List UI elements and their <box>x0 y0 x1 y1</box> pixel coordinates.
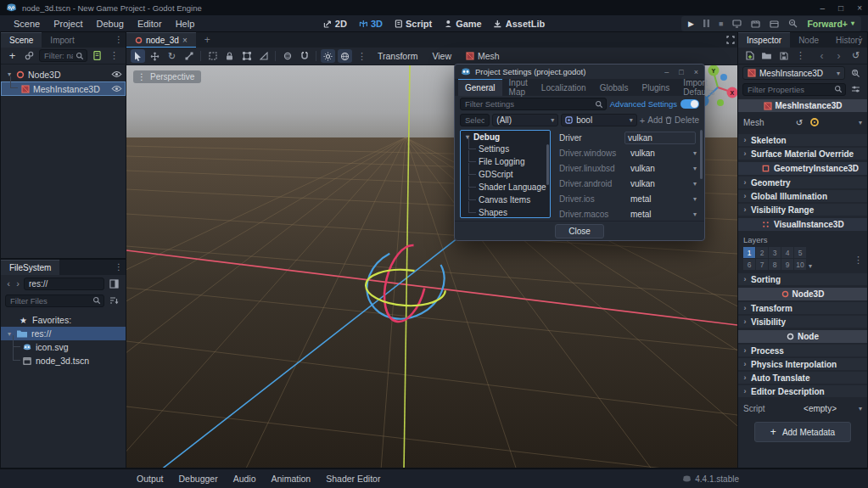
pause-button[interactable] <box>703 20 709 27</box>
layer-cell-10[interactable]: 10 <box>794 259 806 270</box>
snap-toggle-button[interactable] <box>297 49 311 63</box>
section-surface-material-override[interactable]: ›Surface Material Override <box>738 148 867 160</box>
environment-options-icon[interactable]: ⋮ <box>355 49 369 63</box>
tab-localization[interactable]: Localization <box>535 79 593 96</box>
section-transform[interactable]: ›Transform <box>738 302 867 314</box>
instance-scene-button[interactable] <box>22 49 36 63</box>
scene-tab-node3d[interactable]: node_3d × <box>126 32 196 48</box>
layer-cell-2[interactable]: 2 <box>756 247 768 258</box>
property-row-driver-macos[interactable]: Driver.macos metal▾ <box>556 206 699 222</box>
add-node-button[interactable]: + <box>5 49 20 63</box>
file-node3d-tscn-row[interactable]: node_3d.tscn <box>1 354 126 367</box>
group-selected-button[interactable] <box>239 49 254 63</box>
delete-setting-button[interactable]: Delete <box>665 115 699 125</box>
scene-node-root[interactable]: ▾ Node3D <box>1 67 126 81</box>
mesh-dropdown-icon[interactable]: ▾ <box>859 119 862 126</box>
driver-linuxbsd-dropdown[interactable]: vulkan▾ <box>628 164 699 173</box>
section-physics-interpolation[interactable]: ›Physics Interpolation <box>738 358 867 370</box>
menu-debug[interactable]: Debug <box>89 19 130 29</box>
open-assetlib-button[interactable]: AssetLib <box>494 19 545 29</box>
scale-tool-button[interactable] <box>182 49 196 63</box>
inspector-back-button[interactable]: ‹ <box>815 49 829 63</box>
remote-debug-button[interactable] <box>732 20 742 28</box>
resource-options-icon[interactable]: ⋮ <box>793 49 808 63</box>
driver-macos-dropdown[interactable]: metal▾ <box>628 210 699 219</box>
section-visibility-range[interactable]: ›Visibility Range <box>738 204 867 216</box>
settings-category-tree[interactable]: ▾Debug Settings File Logging GDScript Sh… <box>460 130 551 218</box>
driver-android-dropdown[interactable]: vulkan▾ <box>628 179 699 188</box>
properties-scrollbar[interactable] <box>700 130 703 179</box>
layer-cell-7[interactable]: 7 <box>756 259 768 270</box>
switch-2d-button[interactable]: 2D <box>323 19 347 29</box>
section-sorting[interactable]: ›Sorting <box>738 273 867 285</box>
dialog-minimize-button[interactable]: – <box>664 68 669 76</box>
renderer-selector[interactable]: Forward+▾ <box>807 19 854 29</box>
load-resource-button[interactable] <box>759 49 774 63</box>
scene-tree-menu-icon[interactable]: ⋮ <box>107 49 121 63</box>
filter-properties-input[interactable] <box>742 83 846 96</box>
movie-maker-button[interactable] <box>751 20 760 28</box>
driver-value-field[interactable]: vulkan <box>624 132 696 144</box>
bottom-panel-output[interactable]: Output <box>129 474 171 484</box>
sort-files-button[interactable] <box>107 294 121 307</box>
rotate-tool-button[interactable]: ↻ <box>165 49 179 63</box>
new-resource-button[interactable] <box>742 49 757 63</box>
perspective-menu[interactable]: ⋮ Perspective <box>133 70 201 83</box>
view-menu[interactable]: View <box>426 51 457 61</box>
section-editor-description[interactable]: ›Editor Description <box>738 385 867 397</box>
script-dropdown-icon[interactable]: ▾ <box>859 405 862 412</box>
property-row-driver-windows[interactable]: Driver.windows vulkan▾ <box>556 145 699 160</box>
inspector-history-button[interactable]: ↺ <box>848 49 863 63</box>
add-metadata-button[interactable]: + Add Metadata <box>754 422 851 442</box>
property-filter-options-button[interactable] <box>848 82 863 96</box>
advanced-settings-toggle[interactable] <box>680 99 699 109</box>
filter-settings-input[interactable] <box>460 98 607 110</box>
mesh-resource-icon[interactable] <box>809 117 820 127</box>
scene-dock-menu-icon[interactable]: ⋮ <box>115 35 123 44</box>
scene-node-meshinstance[interactable]: MeshInstance3D <box>1 81 126 96</box>
window-maximize-button[interactable]: □ <box>838 3 843 13</box>
driver-ios-dropdown[interactable]: metal▾ <box>628 194 699 204</box>
customize-run-button[interactable] <box>788 19 798 28</box>
filter-files-input[interactable] <box>5 294 104 307</box>
bottom-panel-debugger[interactable]: Debugger <box>171 474 226 484</box>
play-button[interactable]: ▶ <box>688 20 694 28</box>
property-row-driver-android[interactable]: Driver.android vulkan▾ <box>556 176 699 191</box>
setting-name-input[interactable] <box>460 114 490 126</box>
tab-plugins[interactable]: Plugins <box>636 79 677 96</box>
ruler-mode-button[interactable] <box>256 49 271 63</box>
dialog-maximize-button[interactable]: □ <box>679 68 683 76</box>
inspected-object-selector[interactable]: MeshInstance3D ▾ <box>742 66 845 80</box>
layer-cell-5[interactable]: 5 <box>794 247 806 258</box>
split-mode-button[interactable] <box>107 277 121 290</box>
dialog-titlebar[interactable]: Project Settings (project.godot) – □ × <box>455 65 704 79</box>
script-value[interactable]: <empty> <box>804 404 837 413</box>
visibility-eye-icon[interactable] <box>111 85 122 93</box>
tab-import-defaults[interactable]: Import Defaults <box>676 79 721 96</box>
tab-import[interactable]: Import <box>42 32 82 48</box>
section-global-illumination[interactable]: ›Global Illumination <box>738 190 867 202</box>
close-tab-icon[interactable]: × <box>182 36 188 45</box>
preview-sun-button[interactable] <box>321 49 335 63</box>
close-button[interactable]: Close <box>555 224 604 238</box>
section-skeleton[interactable]: ›Skeleton <box>738 134 867 146</box>
open-docs-button[interactable] <box>848 66 863 80</box>
filesystem-menu-icon[interactable]: ⋮ <box>115 262 123 272</box>
subheader-geometryinstance3d[interactable]: GeometryInstance3D <box>738 162 867 175</box>
bottom-panel-audio[interactable]: Audio <box>226 474 264 484</box>
menu-editor[interactable]: Editor <box>131 19 169 29</box>
window-close-button[interactable]: × <box>857 3 862 13</box>
history-back-button[interactable]: ‹ <box>5 278 12 289</box>
tab-input-map[interactable]: Input Map <box>502 79 535 96</box>
tree-item-shapes[interactable]: Shapes <box>461 206 550 218</box>
add-setting-button[interactable]: +Add <box>640 115 663 126</box>
dialog-close-button[interactable]: × <box>694 68 698 76</box>
tab-scene[interactable]: Scene <box>1 32 42 48</box>
mesh-menu[interactable]: Mesh <box>460 48 506 65</box>
property-row-driver-linuxbsd[interactable]: Driver.linuxbsd vulkan▾ <box>556 160 699 176</box>
move-tool-button[interactable] <box>148 49 162 63</box>
tab-globals[interactable]: Globals <box>593 79 636 96</box>
tab-inspector[interactable]: Inspector <box>738 32 790 48</box>
layer-cell-6[interactable]: 6 <box>743 259 755 270</box>
tab-general[interactable]: General <box>458 79 502 96</box>
